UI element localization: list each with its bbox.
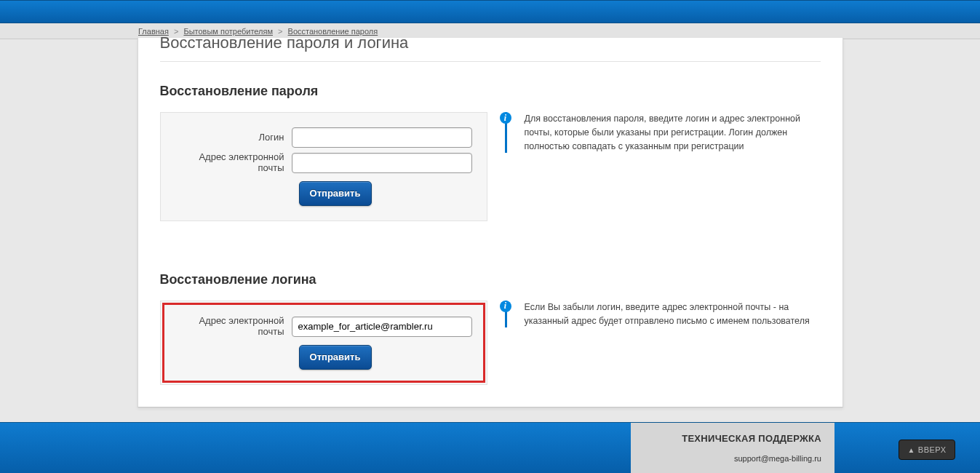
login-form-panel: Адрес электронной почты Отправить (160, 301, 487, 385)
info-icon: i (500, 301, 511, 312)
password-email-input[interactable] (292, 153, 472, 173)
login-label: Логин (175, 132, 292, 143)
login-email-input[interactable] (292, 317, 472, 337)
password-info-column: i Для восстановления пароля, введите лог… (505, 112, 810, 153)
password-info-text: Для восстановления пароля, введите логин… (523, 112, 810, 153)
login-info-text: Если Вы забыли логин, введите адрес элек… (523, 301, 810, 328)
content-card: Восстановление пароля и логина Восстанов… (138, 38, 843, 408)
info-icon: i (500, 112, 511, 124)
scroll-top-label: ВВЕРХ (918, 445, 947, 454)
top-navbar (0, 0, 980, 23)
tech-support-label: ТЕХНИЧЕСКАЯ ПОДДЕРЖКА (644, 433, 821, 444)
scroll-top-button[interactable]: ▲ ВВЕРХ (899, 440, 955, 460)
page-title: Восстановление пароля и логина (160, 33, 821, 62)
footer-bar: ТЕХНИЧЕСКАЯ ПОДДЕРЖКА support@mega-billi… (0, 422, 980, 473)
footer-support-panel: ТЕХНИЧЕСКАЯ ПОДДЕРЖКА support@mega-billi… (631, 423, 834, 473)
login-email-label: Адрес электронной почты (175, 316, 292, 338)
login-submit-button[interactable]: Отправить (299, 345, 372, 370)
password-email-label: Адрес электронной почты (175, 152, 292, 174)
login-info-column: i Если Вы забыли логин, введите адрес эл… (505, 301, 810, 328)
login-section-title: Восстановление логина (160, 272, 821, 287)
password-submit-button[interactable]: Отправить (299, 181, 372, 206)
support-email[interactable]: support@mega-billing.ru (644, 454, 821, 463)
password-form-panel: Логин Адрес электронной почты Отправить (160, 112, 487, 221)
chevron-up-icon: ▲ (907, 446, 915, 454)
password-section-title: Восстановление пароля (160, 84, 821, 99)
login-input[interactable] (292, 127, 472, 148)
